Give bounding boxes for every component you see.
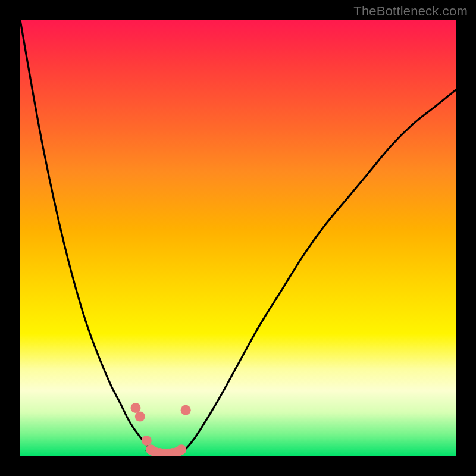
highlight-dot — [142, 436, 152, 446]
highlight-dots — [130, 403, 190, 456]
right-curve-line — [181, 90, 456, 453]
watermark-text: TheBottleneck.com — [353, 4, 468, 19]
chart-svg — [20, 20, 456, 456]
chart-frame: TheBottleneck.com — [0, 0, 476, 476]
highlight-dot — [181, 405, 191, 415]
left-curve-line — [20, 20, 155, 453]
curve-left — [20, 20, 155, 453]
curve-right — [181, 90, 456, 453]
highlight-dot — [135, 412, 145, 422]
highlight-dot — [176, 444, 186, 455]
plot-area — [20, 20, 456, 456]
highlight-dot — [130, 403, 140, 413]
